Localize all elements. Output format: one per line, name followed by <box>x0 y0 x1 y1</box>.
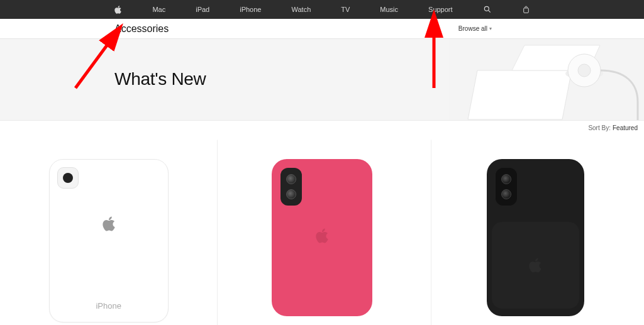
nav-ipad[interactable]: iPad <box>196 6 209 13</box>
camera-module <box>280 168 302 206</box>
product-image-clear-case: iPhone <box>49 159 169 322</box>
sort-bar: Sort By: Featured <box>0 121 644 135</box>
hero-title: What's New <box>114 69 206 89</box>
product-card[interactable]: iPhone <box>4 140 213 325</box>
camera-module <box>496 168 517 206</box>
sort-by-label: Sort By: <box>588 124 611 131</box>
product-card[interactable] <box>431 140 640 325</box>
hero-illustration <box>449 39 644 121</box>
global-nav: Mac iPad iPhone Watch TV Music Support <box>0 0 644 19</box>
bag-icon[interactable] <box>522 5 531 14</box>
search-icon[interactable] <box>483 5 492 14</box>
iphone-wordmark: iPhone <box>96 301 121 311</box>
apple-logo-icon <box>528 256 543 277</box>
product-card[interactable] <box>217 140 426 325</box>
browse-all-label: Browse all <box>458 25 487 32</box>
apple-logo-icon <box>314 227 330 247</box>
page-category-title: Accessories <box>114 23 169 35</box>
svg-rect-2 <box>524 8 529 13</box>
svg-marker-4 <box>468 70 572 119</box>
browse-all-link[interactable]: Browse all ▾ <box>458 25 492 32</box>
product-image-pink-case <box>272 159 372 316</box>
nav-tv[interactable]: TV <box>341 6 350 13</box>
sort-by-value[interactable]: Featured <box>613 124 638 131</box>
nav-iphone[interactable]: iPhone <box>240 6 261 13</box>
sub-nav: Accessories Browse all ▾ <box>0 19 644 39</box>
nav-mac[interactable]: Mac <box>152 6 165 13</box>
svg-point-0 <box>484 6 489 11</box>
camera-module <box>57 167 79 189</box>
chevron-down-icon: ▾ <box>489 26 492 31</box>
nav-watch[interactable]: Watch <box>291 6 311 13</box>
product-grid: iPhone <box>0 135 644 325</box>
apple-logo-icon[interactable] <box>113 5 122 14</box>
product-image-battery-case <box>487 159 584 316</box>
svg-point-8 <box>578 64 591 77</box>
apple-logo-icon <box>101 215 116 235</box>
svg-line-1 <box>488 10 490 12</box>
nav-support[interactable]: Support <box>428 6 453 13</box>
nav-music[interactable]: Music <box>380 6 398 13</box>
hero-banner: What's New <box>0 39 644 121</box>
